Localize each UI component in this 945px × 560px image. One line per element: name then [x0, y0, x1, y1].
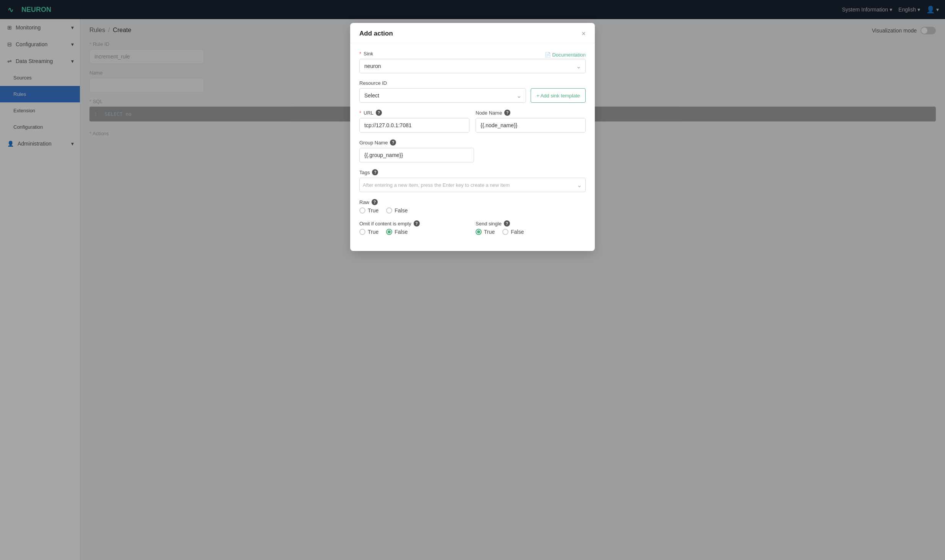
send-single-help-icon: ? [504, 220, 510, 227]
raw-false-option[interactable]: False [386, 207, 408, 214]
omit-send-row: Omit if content is empty ? True False [359, 220, 586, 235]
url-input[interactable] [359, 118, 469, 133]
url-form-row: * URL ? [359, 110, 469, 133]
send-single-false-circle [502, 229, 508, 235]
omit-radio-group: True False [359, 229, 469, 235]
resource-id-label: Resource ID [359, 80, 526, 86]
omit-label: Omit if content is empty ? [359, 220, 469, 227]
group-name-row: Group Name ? [359, 139, 586, 162]
node-name-label: Node Name ? [476, 110, 586, 116]
send-single-true-circle [476, 229, 482, 235]
raw-label: Raw ? [359, 199, 586, 205]
send-single-false-option[interactable]: False [502, 229, 524, 235]
sink-select-wrap: neuron [359, 59, 586, 73]
sink-label: * Sink [359, 51, 373, 57]
omit-false-circle [386, 229, 392, 235]
sink-label-row: * Sink 📄 Documentation [359, 51, 586, 59]
tags-row: Tags ? After entering a new item, press … [359, 169, 586, 192]
doc-icon: 📄 [545, 52, 551, 58]
documentation-link[interactable]: 📄 Documentation [545, 52, 586, 58]
omit-row: Omit if content is empty ? True False [359, 220, 469, 235]
tags-label: Tags ? [359, 169, 586, 175]
modal-close-button[interactable]: × [581, 30, 586, 37]
omit-help-icon: ? [414, 220, 420, 227]
resource-id-select-wrap: Select [359, 88, 526, 103]
resource-id-form-row: Resource ID Select [359, 80, 526, 103]
url-help-icon: ? [376, 110, 382, 116]
group-name-label: Group Name ? [359, 139, 586, 146]
modal-header: Add action × [350, 23, 595, 43]
raw-radio-group: True False [359, 207, 586, 214]
raw-true-option[interactable]: True [359, 207, 378, 214]
omit-true-option[interactable]: True [359, 229, 378, 235]
url-label: * URL ? [359, 110, 469, 116]
tags-input[interactable]: After entering a new item, press the Ent… [359, 178, 586, 192]
add-action-modal: Add action × * Sink 📄 Documentation [350, 23, 595, 251]
tags-help-icon: ? [372, 169, 378, 175]
raw-help-icon: ? [372, 199, 378, 205]
node-name-input[interactable] [476, 118, 586, 133]
url-nodename-row: * URL ? Node Name ? [359, 110, 586, 133]
tags-input-wrap: After entering a new item, press the Ent… [359, 178, 586, 192]
send-single-radio-group: True False [476, 229, 586, 235]
add-sink-template-button[interactable]: + Add sink template [531, 88, 586, 103]
raw-row: Raw ? True False [359, 199, 586, 214]
modal-overlay: Add action × * Sink 📄 Documentation [0, 0, 945, 560]
modal-title: Add action [359, 30, 393, 37]
send-single-true-option[interactable]: True [476, 229, 495, 235]
raw-true-circle [359, 207, 365, 214]
raw-false-circle [386, 207, 392, 214]
group-name-input[interactable] [359, 148, 474, 162]
sink-row: * Sink 📄 Documentation neuron [359, 51, 586, 73]
node-name-help-icon: ? [504, 110, 510, 116]
send-single-row: Send single ? True False [476, 220, 586, 235]
group-name-help-icon: ? [390, 139, 396, 146]
resource-id-row: Resource ID Select + Add sink template [359, 80, 586, 103]
resource-id-select[interactable]: Select [359, 88, 526, 103]
omit-false-option[interactable]: False [386, 229, 408, 235]
omit-true-circle [359, 229, 365, 235]
modal-body: * Sink 📄 Documentation neuron [350, 43, 595, 251]
sink-select[interactable]: neuron [359, 59, 586, 73]
node-name-form-row: Node Name ? [476, 110, 586, 133]
send-single-label: Send single ? [476, 220, 586, 227]
